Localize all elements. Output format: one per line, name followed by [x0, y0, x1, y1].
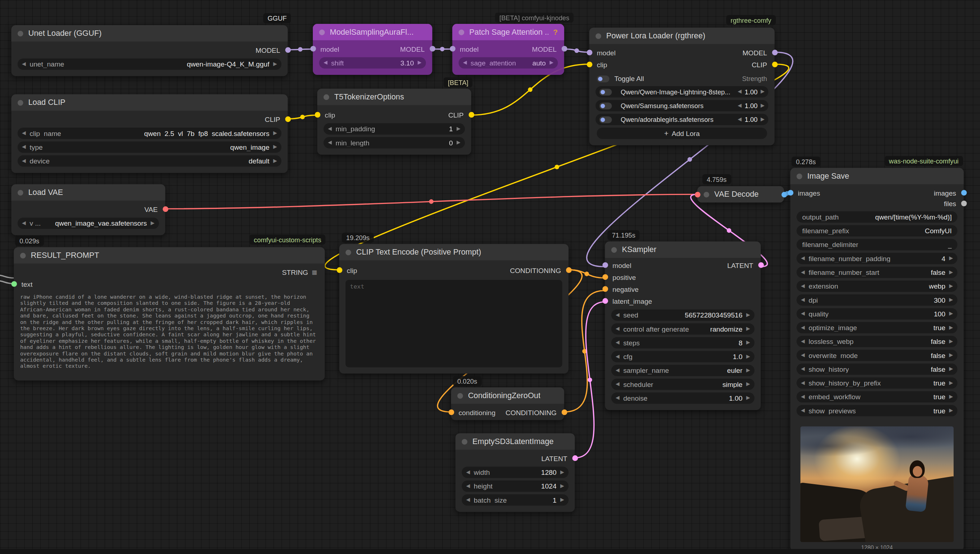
- arrow-right-icon[interactable]: ▶: [273, 145, 277, 150]
- arrow-right-icon[interactable]: ▶: [457, 140, 461, 145]
- files-output-port[interactable]: [961, 201, 967, 206]
- lora-toggle[interactable]: [599, 116, 612, 123]
- arrow-right-icon[interactable]: ▶: [949, 380, 953, 385]
- arrow-right-icon[interactable]: ▶: [949, 298, 953, 303]
- device-widget[interactable]: ◀ device default ▶: [18, 155, 282, 167]
- node-header[interactable]: CLIP Text Encode (Positive Prompt): [339, 244, 569, 260]
- arrow-left-icon[interactable]: ◀: [801, 325, 805, 330]
- node-header[interactable]: RESULT_PROMPT: [14, 247, 325, 263]
- arrow-right-icon[interactable]: ▶: [949, 353, 953, 358]
- collapse-dot[interactable]: [20, 252, 26, 258]
- arrow-left-icon[interactable]: ◀: [801, 270, 805, 275]
- arrow-right-icon[interactable]: ▶: [949, 339, 953, 344]
- arrow-right-icon[interactable]: ▶: [560, 470, 564, 475]
- arrow-left-icon[interactable]: ◀: [22, 158, 26, 163]
- lora-row[interactable]: Qwen/adorablegirls.safetensors ◀ 1.00 ▶: [596, 114, 768, 125]
- collapse-dot[interactable]: [704, 192, 710, 198]
- arrow-left-icon[interactable]: ◀: [801, 394, 805, 399]
- clip-input-port[interactable]: [314, 112, 320, 118]
- lossless-webp-widget[interactable]: ◀ lossless_webp false ▶: [797, 336, 957, 347]
- model-output-port[interactable]: [772, 49, 777, 55]
- model-output-port[interactable]: [285, 47, 291, 53]
- node-header[interactable]: Load CLIP: [11, 94, 288, 111]
- show-history-widget[interactable]: ◀ show_history false ▶: [797, 363, 957, 375]
- arrow-right-icon[interactable]: ▶: [949, 284, 953, 289]
- add-lora-button[interactable]: + Add Lora: [597, 128, 767, 139]
- positive-input-port[interactable]: [602, 274, 608, 280]
- filename-number-start-widget[interactable]: ◀ filename_number_start false ▶: [797, 267, 957, 278]
- help-icon[interactable]: ?: [554, 28, 558, 37]
- unet-name-widget[interactable]: ◀ unet_name qwen-image-Q4_K_M.gguf ▶: [18, 59, 282, 70]
- lora-toggle[interactable]: [599, 88, 612, 95]
- height-widget[interactable]: ◀ height 1024 ▶: [461, 481, 569, 492]
- lora-row[interactable]: Qwen/Samsung.safetensors ◀ 1.00 ▶: [596, 100, 768, 112]
- collapse-dot[interactable]: [797, 173, 802, 179]
- arrow-left-icon[interactable]: ◀: [801, 353, 805, 358]
- embed-workflow-widget[interactable]: ◀ embed_workflow true ▶: [797, 391, 957, 402]
- arrow-left-icon[interactable]: ◀: [616, 382, 619, 387]
- steps-widget[interactable]: ◀ steps 8 ▶: [611, 337, 755, 348]
- arrow-right-icon[interactable]: ▶: [457, 126, 461, 132]
- node-header[interactable]: T5TokenizerOptions: [317, 89, 471, 105]
- arrow-right-icon[interactable]: ▶: [761, 117, 765, 122]
- collapsed-input-port[interactable]: [695, 192, 700, 198]
- node-header[interactable]: Patch Sage Attention ... ?: [452, 24, 564, 40]
- collapse-dot[interactable]: [18, 190, 24, 195]
- arrow-left-icon[interactable]: ◀: [616, 368, 619, 373]
- arrow-right-icon[interactable]: ▶: [746, 382, 750, 387]
- collapse-dot[interactable]: [596, 33, 601, 39]
- node-graph-canvas[interactable]: Unet Loader (GGUF) MODEL ◀ unet_name qwe…: [0, 0, 980, 554]
- optimize-image-widget[interactable]: ◀ optimize_image true ▶: [797, 322, 957, 333]
- overwrite-mode-widget[interactable]: ◀ overwrite_mode false ▶: [797, 350, 957, 361]
- arrow-left-icon[interactable]: ◀: [616, 313, 619, 318]
- control-after-generate-widget[interactable]: ◀ control after generate randomize ▶: [611, 323, 755, 335]
- images-output-port[interactable]: [961, 190, 967, 196]
- collapse-dot[interactable]: [457, 393, 463, 399]
- arrow-left-icon[interactable]: ◀: [22, 61, 26, 67]
- arrow-left-icon[interactable]: ◀: [463, 61, 467, 65]
- collapse-dot[interactable]: [611, 247, 617, 253]
- arrow-right-icon[interactable]: ▶: [549, 61, 554, 65]
- string-output-grip-icon[interactable]: ▦: [312, 269, 317, 275]
- model-input-port[interactable]: [310, 46, 316, 52]
- clip-input-port[interactable]: [586, 61, 592, 67]
- images-input-port[interactable]: [788, 190, 793, 196]
- clip-output-port[interactable]: [285, 117, 291, 122]
- clip-input-port[interactable]: [336, 267, 342, 273]
- lora-toggle[interactable]: [599, 102, 612, 109]
- text-prompt-textarea[interactable]: text: [346, 280, 562, 367]
- filename-delimiter-widget[interactable]: filename_delimiter _: [797, 239, 957, 250]
- arrow-right-icon[interactable]: ▶: [949, 394, 953, 399]
- arrow-left-icon[interactable]: ◀: [616, 354, 619, 359]
- negative-input-port[interactable]: [602, 286, 608, 292]
- arrow-left-icon[interactable]: ◀: [801, 284, 805, 289]
- arrow-left-icon[interactable]: ◀: [801, 339, 805, 344]
- conditioning-output-port[interactable]: [566, 267, 571, 273]
- arrow-right-icon[interactable]: ▶: [746, 327, 750, 332]
- image-output-port[interactable]: [781, 192, 787, 198]
- node-header[interactable]: Power Lora Loader (rgthree): [589, 28, 775, 44]
- model-input-port[interactable]: [602, 262, 608, 268]
- arrow-right-icon[interactable]: ▶: [949, 256, 953, 261]
- arrow-right-icon[interactable]: ▶: [761, 103, 765, 108]
- arrow-right-icon[interactable]: ▶: [949, 311, 953, 316]
- arrow-right-icon[interactable]: ▶: [746, 396, 750, 401]
- collapse-dot[interactable]: [18, 100, 24, 105]
- lora-row[interactable]: Qwen/Qwen-Image-Lightning-8step... ◀ 1.0…: [596, 86, 768, 97]
- arrow-right-icon[interactable]: ▶: [151, 220, 154, 226]
- arrow-left-icon[interactable]: ◀: [801, 380, 805, 385]
- batch-size-widget[interactable]: ◀ batch_size 1 ▶: [461, 494, 569, 506]
- arrow-left-icon[interactable]: ◀: [801, 298, 805, 303]
- image-preview[interactable]: [800, 426, 954, 542]
- arrow-right-icon[interactable]: ▶: [560, 498, 564, 503]
- arrow-left-icon[interactable]: ◀: [466, 498, 470, 503]
- latent-output-port[interactable]: [758, 262, 764, 268]
- arrow-left-icon[interactable]: ◀: [616, 340, 619, 345]
- prompt-text-widget[interactable]: raw iPhone candid of a lone wanderer on …: [20, 294, 318, 380]
- model-input-port[interactable]: [449, 46, 455, 52]
- latent-image-input-port[interactable]: [602, 298, 608, 304]
- collapse-dot[interactable]: [346, 249, 352, 255]
- node-header[interactable]: Image Save: [791, 168, 964, 184]
- arrow-right-icon[interactable]: ▶: [746, 313, 750, 318]
- node-header[interactable]: EmptySD3LatentImage: [455, 433, 575, 450]
